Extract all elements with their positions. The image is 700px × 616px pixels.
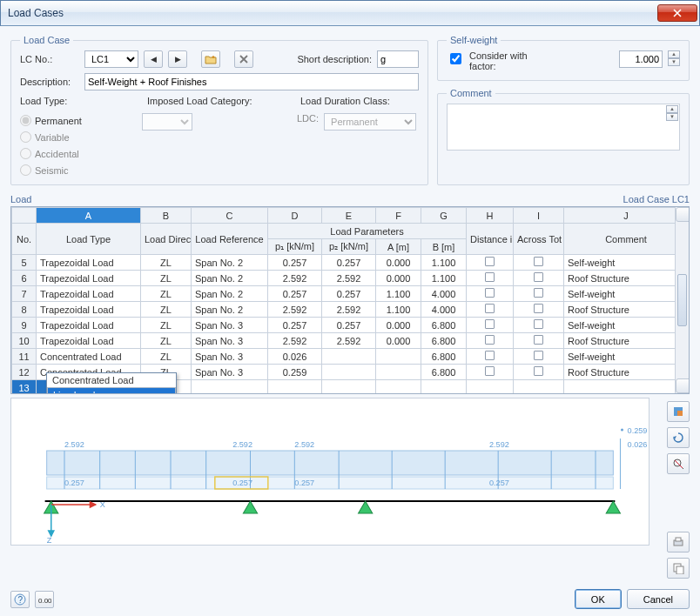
cell-b[interactable]: 6.800 [421, 365, 467, 380]
scroll-down-icon[interactable]: ▼ [676, 378, 690, 393]
preview-copy-button[interactable] [667, 558, 690, 579]
radio-permanent[interactable]: Permanent [20, 115, 135, 126]
cell-a[interactable] [376, 349, 421, 365]
col-letter[interactable]: J [564, 208, 689, 224]
cell-p2[interactable] [322, 349, 376, 365]
dropdown-option[interactable]: Line Load [47, 387, 176, 394]
table-row[interactable]: 10Trapezoidal LoadZLSpan No. 32.5922.592… [12, 333, 689, 349]
cell-load-type[interactable]: Trapezoidal Load [37, 271, 141, 286]
cell-b[interactable]: 1.100 [421, 271, 467, 286]
col-letter[interactable]: H [467, 208, 514, 224]
cell-p2[interactable]: 0.257 [322, 286, 376, 302]
cell-load-ref[interactable]: Span No. 3 [192, 349, 268, 365]
preview-print-button[interactable] [667, 532, 690, 552]
cell-load-type[interactable]: Trapezoidal Load [37, 255, 141, 271]
table-row[interactable]: 8Trapezoidal LoadZLSpan No. 22.5922.5921… [12, 302, 689, 318]
cell-a[interactable]: 1.100 [376, 302, 421, 318]
cell-load-dir[interactable]: ZL [141, 271, 192, 286]
consider-selfweight-checkbox[interactable] [450, 53, 461, 64]
cell-a[interactable]: 1.100 [376, 286, 421, 302]
grid-scrollbar[interactable]: ▲ ▼ [675, 207, 689, 393]
cell-p1[interactable]: 0.257 [268, 255, 322, 271]
table-row[interactable]: 9Trapezoidal LoadZLSpan No. 30.2570.2570… [12, 318, 689, 333]
col-letter[interactable]: C [192, 208, 268, 224]
col-letter[interactable]: E [322, 208, 376, 224]
table-row[interactable]: 11Concentrated LoadZLSpan No. 30.0266.80… [12, 349, 689, 365]
cell-p1[interactable]: 0.257 [268, 318, 322, 333]
close-button[interactable] [657, 4, 697, 22]
selfweight-factor-spinner[interactable]: ▲▼ [668, 50, 680, 66]
comment-spinner[interactable]: ▲▼ [666, 105, 678, 121]
cell-p1[interactable]: 0.257 [268, 286, 322, 302]
cell-comment[interactable]: Roof Structure [564, 271, 689, 286]
table-row[interactable]: 5Trapezoidal LoadZLSpan No. 20.2570.2570… [12, 255, 689, 271]
preview-tool2-button[interactable] [667, 427, 690, 448]
cell-b[interactable]: 1.100 [421, 255, 467, 271]
precision-button[interactable]: 0.00 [35, 591, 54, 608]
cell-comment[interactable]: Self-weight [564, 286, 689, 302]
cell-load-dir[interactable]: ZL [141, 333, 192, 349]
cell-load-type[interactable]: Trapezoidal Load [37, 318, 141, 333]
cell-comment[interactable]: Self-weight [564, 349, 689, 365]
cell-dist[interactable] [467, 286, 514, 302]
cell-dist[interactable] [467, 255, 514, 271]
cell-b[interactable]: 4.000 [421, 302, 467, 318]
comment-textarea[interactable] [447, 104, 680, 151]
cell-dist[interactable] [467, 365, 514, 380]
cell-comment[interactable]: Roof Structure [564, 365, 689, 380]
cell-dist[interactable] [467, 333, 514, 349]
cell-across[interactable] [514, 365, 564, 380]
dropdown-option[interactable]: Concentrated Load [47, 373, 176, 387]
col-letter[interactable]: B [141, 208, 192, 224]
cell-load-type[interactable]: Trapezoidal Load [37, 286, 141, 302]
col-letter[interactable]: D [268, 208, 322, 224]
selfweight-factor-input[interactable] [619, 50, 663, 68]
cell-a[interactable]: 0.000 [376, 255, 421, 271]
cell-comment[interactable]: Roof Structure [564, 302, 689, 318]
cell-comment[interactable]: Self-weight [564, 255, 689, 271]
table-row[interactable]: 6Trapezoidal LoadZLSpan No. 22.5922.5920… [12, 271, 689, 286]
cell-p1[interactable]: 2.592 [268, 302, 322, 318]
cell-across[interactable] [514, 302, 564, 318]
cell-across[interactable] [514, 271, 564, 286]
cell-load-ref[interactable]: Span No. 2 [192, 255, 268, 271]
cell-p2[interactable] [322, 365, 376, 380]
ok-button[interactable]: OK [575, 589, 622, 609]
cell-a[interactable]: 0.000 [376, 318, 421, 333]
cell-b[interactable]: 6.800 [421, 333, 467, 349]
prev-lc-button[interactable]: ◀ [144, 50, 163, 68]
loadtype-dropdown-popup[interactable]: Concentrated LoadLine LoadTrapezoidal Lo… [46, 372, 177, 394]
cell-p2[interactable]: 2.592 [322, 333, 376, 349]
cell-load-dir[interactable]: ZL [141, 349, 192, 365]
cell-p1[interactable]: 2.592 [268, 333, 322, 349]
short-desc-input[interactable] [377, 50, 419, 68]
cell-dist[interactable] [467, 318, 514, 333]
cell-load-ref[interactable]: Span No. 2 [192, 286, 268, 302]
cell-across[interactable] [514, 349, 564, 365]
radio-variable[interactable]: Variable [20, 131, 135, 143]
cell-p1[interactable]: 0.259 [268, 365, 322, 380]
cell-across[interactable] [514, 286, 564, 302]
cell-dist[interactable] [467, 302, 514, 318]
help-button[interactable]: ? [10, 591, 30, 608]
cell-load-dir[interactable]: ZL [141, 302, 192, 318]
scroll-up-icon[interactable]: ▲ [676, 207, 690, 222]
cell-p2[interactable]: 2.592 [322, 302, 376, 318]
cell-load-ref[interactable]: Span No. 3 [192, 318, 268, 333]
cell-p1[interactable]: 0.026 [268, 349, 322, 365]
cell-load-ref[interactable]: Span No. 3 [192, 365, 268, 380]
cell-comment[interactable]: Roof Structure [564, 333, 689, 349]
cell-b[interactable]: 4.000 [421, 286, 467, 302]
col-letter[interactable]: A [37, 208, 141, 224]
col-letter[interactable]: I [514, 208, 564, 224]
cell-load-dir[interactable]: ZL [141, 255, 192, 271]
new-lc-button[interactable] [201, 50, 220, 68]
next-lc-button[interactable]: ▶ [168, 50, 187, 68]
cell-load-dir[interactable]: ZL [141, 286, 192, 302]
cell-load-ref[interactable]: Span No. 2 [192, 302, 268, 318]
delete-lc-button[interactable] [234, 50, 253, 68]
preview-tool1-button[interactable] [667, 401, 690, 422]
cell-a[interactable] [376, 365, 421, 380]
load-grid[interactable]: A B C D E F G H I J No. Load Type [10, 206, 690, 394]
cell-comment[interactable]: Self-weight [564, 318, 689, 333]
